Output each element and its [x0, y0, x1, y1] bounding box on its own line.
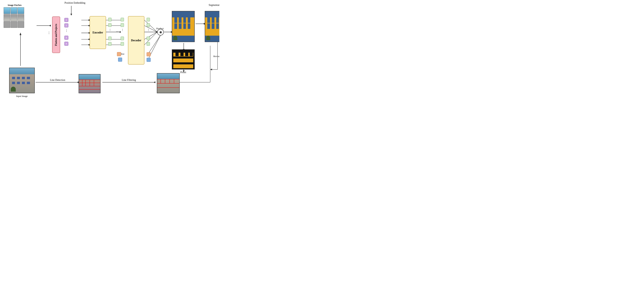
window-out-token: [146, 52, 151, 56]
dec-out-4: [146, 42, 150, 46]
svg-marker-15: [88, 44, 90, 46]
line-filtered-image: [157, 73, 180, 93]
svg-line-25: [144, 32, 157, 39]
patch-5: [10, 14, 17, 21]
mask-image: [172, 49, 195, 70]
wall-out-token: [146, 58, 151, 62]
svg-marker-3: [49, 25, 51, 26]
input-image: [9, 68, 35, 93]
patch-6: [18, 14, 24, 21]
svg-marker-17: [119, 31, 121, 33]
svg-marker-7: [88, 32, 90, 34]
svg-marker-5: [70, 14, 72, 16]
dec-out-dots: ⋮: [147, 28, 150, 32]
position-embedding-label: Position Embedding: [60, 2, 90, 4]
enc-out-3: [108, 36, 112, 40]
enc-out-4: [108, 42, 112, 46]
patch-1: [4, 7, 10, 14]
wall-query-row: Wall: [118, 58, 122, 61]
segmentation-preview-image: [172, 11, 195, 42]
enc-out-1: [108, 18, 112, 22]
flatten-projects-block: Flatten and Projects: [52, 16, 60, 53]
svg-marker-37: [77, 81, 78, 83]
token-9: 9: [64, 42, 68, 46]
dec-in-4: [121, 42, 124, 46]
enc-out-dots: ⋮: [109, 28, 111, 32]
svg-line-23: [144, 26, 157, 32]
svg-marker-9: [88, 25, 90, 26]
svg-marker-45: [210, 68, 212, 70]
revise-label: Revise: [211, 55, 219, 58]
patch-9: [18, 21, 24, 28]
product-circle: ⊗: [157, 29, 164, 36]
dec-in-3: [121, 36, 124, 40]
dec-in-dots: ⋮: [121, 28, 124, 32]
line-filtering-label: Line Filtering: [105, 79, 153, 82]
svg-marker-1: [20, 32, 22, 35]
svg-line-50: [148, 35, 160, 54]
patch-dots: ⋮: [48, 31, 50, 34]
svg-line-22: [144, 20, 157, 32]
token-dots-1: ⋮: [65, 29, 68, 32]
encoder-block: Encoder: [90, 16, 106, 49]
dec-out-1: [146, 18, 150, 22]
line-detection-label: Line Detection: [39, 79, 76, 82]
svg-marker-29: [170, 31, 172, 33]
flatten-projects-text: Flatten and Projects: [55, 24, 58, 46]
final-segmentation-image: [205, 11, 219, 42]
wall-token: [118, 58, 122, 62]
token-2: 2: [64, 24, 68, 28]
patch-7: [4, 21, 10, 28]
svg-marker-31: [203, 23, 205, 25]
svg-marker-13: [88, 38, 90, 40]
image-patches-grid: [4, 7, 24, 28]
patch-4: [4, 14, 10, 21]
svg-marker-39: [154, 81, 156, 83]
token-1: 1: [64, 18, 68, 22]
image-patches-label-text: Image Patches: [4, 4, 26, 6]
enc-out-2: [108, 23, 112, 27]
dec-out-3: [146, 36, 150, 40]
encoder-label: Encoder: [92, 31, 103, 34]
input-image-label: Input Image: [9, 95, 35, 98]
svg-line-26: [144, 32, 157, 45]
svg-marker-11: [88, 19, 90, 21]
dec-out-2: [146, 23, 150, 27]
patch-3: [18, 7, 24, 14]
patch-8: [10, 21, 17, 28]
segmentation-label: Segmentation: [204, 4, 219, 6]
dec-in-1: [121, 18, 124, 22]
svg-marker-27: [156, 31, 157, 33]
dec-in-2: [121, 23, 124, 27]
line-detected-image: [78, 74, 100, 93]
window-query-row: Window: [117, 53, 124, 56]
token-8: 8: [64, 36, 68, 40]
patch-2: [10, 7, 17, 14]
decoder-block: Decoder: [128, 16, 144, 64]
between-dots: ⋯: [116, 30, 119, 33]
decoder-label: Decoder: [131, 39, 142, 42]
window-token: [117, 52, 121, 56]
